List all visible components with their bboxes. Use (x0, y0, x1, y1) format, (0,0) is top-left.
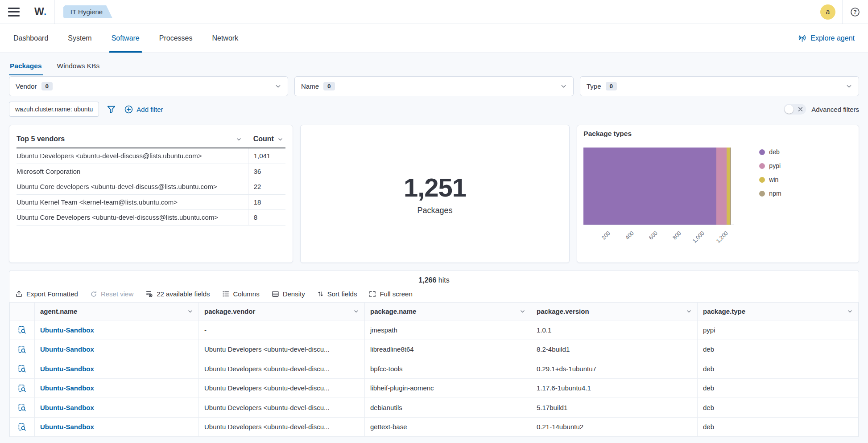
vendor-filter-select[interactable]: Vendor 0 (9, 76, 288, 96)
table-row: Ubuntu-Sandbox Ubuntu Developers <ubuntu… (10, 398, 859, 418)
row-actions-header (10, 303, 35, 320)
advanced-filters-toggle[interactable] (784, 104, 806, 115)
cell-package-version: 5.17build1 (531, 398, 698, 418)
bar-segment-pypi[interactable] (716, 148, 726, 225)
filter-funnel-icon[interactable] (107, 105, 116, 114)
chevron-down-icon[interactable] (847, 308, 853, 314)
advanced-filters-label: Advanced filters (811, 106, 859, 113)
vendor-row[interactable]: Ubuntu Core developers <ubuntu-devel-dis… (17, 179, 285, 195)
inspect-row-icon[interactable] (18, 326, 26, 334)
agent-name-link[interactable]: Ubuntu-Sandbox (40, 384, 94, 392)
type-count-badge: 0 (606, 82, 617, 90)
content-area: Packages Windows KBs Vendor 0 Name 0 Typ… (0, 53, 868, 437)
col-package-version[interactable]: package.version (531, 303, 698, 320)
avatar[interactable]: a (820, 4, 835, 20)
vendor-name: Ubuntu Kernel Team <kernel-team@lists.ub… (17, 198, 248, 206)
legend-item-win[interactable]: win (759, 176, 781, 183)
agent-name-link[interactable]: Ubuntu-Sandbox (40, 423, 94, 431)
tab-dashboard[interactable]: Dashboard (13, 24, 48, 53)
inspect-row-icon[interactable] (18, 403, 26, 412)
top-vendors-title[interactable]: Top 5 vendors (17, 135, 65, 143)
tab-network[interactable]: Network (212, 24, 238, 53)
x-axis-tick: 200 (607, 229, 616, 237)
x-axis-ticks: 2004006008001,0001,200 (583, 225, 734, 256)
name-count-badge: 0 (323, 82, 335, 90)
summary-panels: Top 5 vendors Count Ubuntu Developers <u… (9, 125, 859, 263)
available-fields-button[interactable]: 22 available fields (145, 290, 210, 298)
agent-name-link[interactable]: Ubuntu-Sandbox (40, 404, 94, 411)
inspect-row-icon[interactable] (18, 384, 26, 393)
subtab-windows-kbs[interactable]: Windows KBs (56, 58, 101, 75)
explore-agent-button[interactable]: Explore agent (798, 24, 855, 53)
top-vendors-body: Ubuntu Developers <ubuntu-devel-discuss@… (17, 148, 285, 226)
chevron-down-icon (846, 83, 852, 90)
inspect-row-icon[interactable] (18, 423, 26, 431)
advanced-filters-control: Advanced filters (784, 104, 859, 115)
count-header[interactable]: Count (253, 135, 274, 143)
table-row: Ubuntu-Sandbox - jmespath 1.0.1 pypi (10, 320, 859, 340)
vendor-count: 8 (248, 210, 285, 225)
tab-system[interactable]: System (68, 24, 91, 53)
col-package-name[interactable]: package.name (365, 303, 531, 320)
full-screen-button[interactable]: Full screen (369, 290, 412, 298)
sort-fields-button[interactable]: Sort fields (317, 290, 357, 298)
inspect-row-icon[interactable] (18, 365, 26, 373)
cell-package-version: 1.17.6-1ubuntu4.1 (531, 378, 698, 398)
vendor-row[interactable]: Ubuntu Developers <ubuntu-devel-discuss@… (17, 148, 285, 164)
agent-name-link[interactable]: Ubuntu-Sandbox (40, 345, 94, 353)
sort-chevron-icon[interactable] (277, 136, 283, 142)
col-agent-name[interactable]: agent.name (35, 303, 199, 320)
col-package-vendor[interactable]: package.vendor (199, 303, 365, 320)
legend-dot (759, 177, 765, 183)
name-filter-select[interactable]: Name 0 (294, 76, 574, 96)
wazuh-logo[interactable]: W. (34, 6, 47, 18)
vendor-row[interactable]: Microsoft Corporation 36 (17, 164, 285, 180)
chevron-down-icon[interactable] (686, 308, 692, 314)
agent-name-link[interactable]: Ubuntu-Sandbox (40, 326, 94, 334)
subtab-packages[interactable]: Packages (9, 58, 43, 75)
bar-segment-win[interactable] (727, 148, 730, 225)
chevron-down-icon (275, 83, 281, 90)
col-package-type[interactable]: package.type (698, 303, 859, 320)
vendor-row[interactable]: Ubuntu Kernel Team <kernel-team@lists.ub… (17, 195, 285, 210)
legend-item-npm[interactable]: npm (759, 190, 781, 197)
reset-view-button[interactable]: Reset view (90, 290, 133, 298)
cell-package-type: deb (698, 340, 859, 359)
vendor-row[interactable]: Ubuntu Core Developers <ubuntu-devel-dis… (17, 210, 285, 226)
inspect-row-icon[interactable] (18, 345, 26, 354)
bar-segment-deb[interactable] (583, 148, 716, 225)
agent-name-link[interactable]: Ubuntu-Sandbox (40, 365, 94, 373)
cell-package-version: 8.2-4build1 (531, 340, 698, 359)
cell-package-type: pypi (698, 320, 859, 340)
bar-segment-npm[interactable] (730, 148, 731, 225)
density-button[interactable]: Density (272, 290, 305, 298)
stacked-bar[interactable] (583, 148, 734, 225)
export-formatted-button[interactable]: Export Formatted (15, 290, 78, 298)
columns-button[interactable]: Columns (222, 290, 260, 298)
density-icon (272, 290, 279, 298)
top-header: W. IT Hygiene a ? (0, 0, 868, 24)
cluster-filter-pill[interactable]: wazuh.cluster.name: ubuntu (9, 102, 99, 117)
packages-metric-value: 1,251 (404, 172, 466, 202)
top-vendors-header: Top 5 vendors Count (17, 132, 285, 148)
menu-icon[interactable] (8, 8, 20, 16)
legend-label: npm (769, 190, 781, 197)
tab-processes[interactable]: Processes (159, 24, 193, 53)
sort-chevron-icon[interactable] (236, 136, 242, 142)
chevron-down-icon[interactable] (353, 308, 359, 314)
cell-package-type: deb (698, 417, 859, 437)
legend-dot (759, 149, 765, 155)
help-icon[interactable]: ? (850, 7, 860, 17)
breadcrumb[interactable]: IT Hygiene (63, 5, 112, 18)
type-filter-select[interactable]: Type 0 (580, 76, 859, 96)
legend-item-pypi[interactable]: pypi (759, 162, 781, 169)
chart-legend: debpypiwinnpm (759, 148, 781, 256)
vendor-name: Microsoft Corporation (17, 168, 248, 175)
cell-package-name: gettext-base (365, 417, 531, 437)
plus-circle-icon (124, 105, 133, 114)
add-filter-button[interactable]: Add filter (124, 105, 163, 114)
chevron-down-icon[interactable] (187, 308, 193, 314)
chevron-down-icon[interactable] (520, 308, 525, 314)
tab-software[interactable]: Software (112, 24, 140, 53)
legend-item-deb[interactable]: deb (759, 148, 781, 156)
